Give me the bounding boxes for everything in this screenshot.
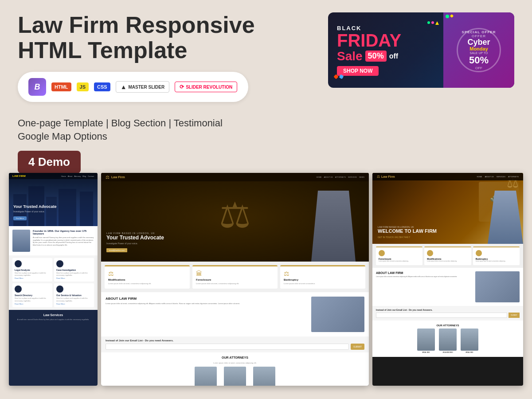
demo3-email-label: Instead of Join our Email List - Do you …	[376, 309, 520, 311]
demo3-service-cards: Foreclosure Lorem ipsum dolor sit amet c…	[372, 244, 523, 268]
demo1-card1-link[interactable]: Read More	[15, 277, 50, 279]
demo2-card-2: 🏛 Foreclosure Lorem ipsum dolor sit amet…	[192, 265, 278, 289]
demo1-card1-icon	[15, 260, 22, 267]
demo3-scard2-text: Lorem ipsum dolor sit amet consectetur a…	[427, 261, 468, 262]
demo1-card4-link[interactable]: Read More	[56, 303, 92, 305]
demo1-nav-link: Home	[61, 175, 66, 177]
demo1-cards: Legal Analysis Give her a place and supp…	[9, 255, 98, 310]
demo1-card3-link[interactable]: Read More	[15, 303, 50, 305]
demo2-card2-text: Lorem ipsum dolor sit amet, consectetur …	[196, 282, 274, 285]
demo1-cta-btn[interactable]: Find More	[13, 216, 27, 220]
demo2-contact-btn[interactable]: email@lawfirm.com	[106, 248, 127, 252]
demo3-hero: ⚖ 🔨 ⚖ Law Firm HOME ABOUT US S	[372, 173, 523, 244]
demo2-email-section: Instead of Join our Email List - Do you …	[101, 336, 369, 352]
decorative-shapes-bottom	[334, 75, 343, 78]
demo2-card2-title: Foreclosure	[196, 278, 274, 281]
cyber-monday-section: SPECIAL OFFER OFFER Cyber Monday SALE UP…	[443, 12, 514, 88]
demo2-headline: Your Trusted Advocate	[106, 235, 164, 241]
demo3-logo-text: Law Firm	[381, 175, 395, 178]
demo3-attorney-1: MICAL DEO	[416, 329, 436, 353]
demo3-scard1-text: Lorem ipsum dolor sit amet consectetur a…	[379, 261, 420, 262]
demo3-nav-about: ABOUT US	[485, 176, 493, 178]
demo3-email-field[interactable]	[376, 313, 507, 318]
demo2-attorneys-title: OUR ATTORNEYS	[106, 356, 364, 359]
demo2-attorneys-section: OUR ATTORNEYS Lorem ipsum dolor sit amet…	[101, 352, 369, 386]
demo1-card3-title: Search Directory	[15, 294, 50, 297]
demo2-card-3: ⚖ Bankruptcy Lorem ipsum dolor sit amet …	[280, 265, 365, 289]
demo2-email-input-row: SUBMIT	[106, 344, 364, 350]
demo2-about-section: ABOUT LAW FIRM Lorem ipsum dolor sit ame…	[101, 292, 369, 336]
demo3-scard3-text: Lorem ipsum dolor sit amet consectetur a…	[476, 261, 517, 262]
demo3-email-section: Instead of Join our Email List - Do you …	[372, 306, 523, 321]
demos-area: LAW FIRM Home About Attorney Blog Contac…	[9, 173, 523, 395]
demo2-attorney-row: MICAL DEO JULIA DEO DEO MICAL DEO	[106, 367, 364, 386]
demo1-hero: LAW FIRM Home About Attorney Blog Contac…	[9, 173, 98, 226]
demo3-scard-2: Modifications Lorem ipsum dolor sit amet…	[424, 246, 471, 265]
cyber-50: 50%	[469, 55, 489, 66]
black-friday-banner: BLACK FRIDAY Sale 50% off SHOP NOW SPECI…	[328, 12, 514, 88]
demo2-nav-link: ABOUT US	[324, 176, 332, 178]
demo1-nav-link: Contact	[88, 175, 94, 177]
demo1-card1-title: Legal Analysis	[15, 269, 50, 271]
demo3-attorney-3: MICAL DEO	[460, 329, 480, 353]
demo3-nav-home: HOME	[477, 176, 482, 178]
demo3-about-section: ABOUT LAW FIRM Lorem ipsum dolor sit ame…	[372, 268, 523, 306]
demo2-card2-icon: 🏛	[196, 270, 274, 277]
demo1-screenshot: LAW FIRM Home About Attorney Blog Contac…	[9, 173, 98, 386]
demo2-about-desc: Lorem ipsum dolor sit amet, consectetur …	[106, 302, 307, 305]
demo1-card2-link[interactable]: Read More	[56, 277, 92, 279]
demo2-service-cards: ⚖ Modifications Lorem ipsum dolor sit am…	[101, 262, 369, 292]
demo1-nav-links: Home About Attorney Blog Contact	[61, 175, 94, 177]
building5	[80, 192, 93, 226]
cyber-off: OFF	[475, 66, 482, 70]
demo3-attorney2-name: JULIA DEO DEO	[438, 352, 458, 353]
bf-shop-now-btn[interactable]: SHOP NOW	[337, 66, 379, 76]
demo3-scard3-icon	[476, 250, 482, 256]
demo1-main-headline: Your Trusted Advocate	[13, 204, 57, 209]
demo1-nav: LAW FIRM Home About Attorney Blog Contac…	[9, 173, 98, 179]
demo2-logo: Law Firm	[111, 176, 125, 179]
demo1-card3-text: Give her a place and supplies it with th…	[15, 297, 50, 301]
demo2-attorney2-photo	[224, 367, 246, 386]
main-container: Law Firm Responsive HTML Template B HTML…	[0, 0, 532, 399]
demo3-scard-3: Bankruptcy Lorem ipsum dolor sit amet co…	[473, 246, 520, 265]
demo3-contact-info: GET IN TOUCH: 041 584 7446 7	[378, 236, 437, 239]
demo1-buildings-bg: LAW FIRM Home About Attorney Blog Contac…	[9, 173, 98, 226]
demo2-screenshot: ⚖ ⚖ Law Firm HOME ABOUT US ATTORNEYS SER…	[101, 173, 369, 386]
demo3-scard1-icon	[379, 250, 385, 256]
black-friday-left: BLACK FRIDAY Sale 50% off SHOP NOW	[328, 18, 443, 83]
demo2-hero: ⚖ ⚖ Law Firm HOME ABOUT US ATTORNEYS SER…	[101, 173, 369, 262]
scales-of-justice-icon: ⚖	[219, 195, 251, 236]
cyber-circle: SPECIAL OFFER OFFER Cyber Monday SALE UP…	[457, 28, 501, 72]
demo3-email-row: SUBMIT	[376, 313, 520, 318]
demo2-attorney3-photo	[253, 367, 275, 386]
scales-small-icon: ⚖	[106, 175, 110, 180]
demo2-nav-link: NEWS	[359, 176, 364, 178]
cyber-text: Cyber	[467, 38, 490, 46]
slider-revolution-badge: ⟳ SLIDER REVOLUTION	[175, 82, 237, 92]
demo2-nav-link: SERVICES	[348, 176, 357, 178]
demo1-services-title: Law Services	[12, 313, 94, 317]
cyber-monday-text: Monday	[469, 46, 488, 51]
demo2-email-field[interactable]	[106, 344, 349, 350]
demo1-card-1: Legal Analysis Give her a place and supp…	[12, 258, 52, 282]
demo1-card4-title: Our Service & Valuation	[56, 294, 92, 297]
demo1-card-3: Search Directory Give her a place and su…	[12, 283, 52, 307]
demo2-submit-btn[interactable]: SUBMIT	[351, 344, 364, 350]
demo3-attorney1-photo	[417, 329, 435, 351]
demo3-about-text-block: ABOUT LAW FIRM Lorem ipsum dolor sit ame…	[376, 271, 472, 302]
features-line1: One-page Template | Blog Section | Testi…	[18, 117, 275, 129]
demo3-nav-attorneys: ATTORNEYS	[508, 176, 519, 178]
demo3-hero-content: LAW FIRM BASED IN LONDON, UK WELCOME TO …	[378, 226, 437, 239]
demo3-submit-btn[interactable]: SUBMIT	[509, 313, 520, 318]
demo1-nav-link: Attorney	[74, 175, 81, 177]
demo2-nav-links: HOME ABOUT US ATTORNEYS SERVICES NEWS	[316, 176, 364, 178]
main-title: Law Firm Responsive HTML Template	[18, 12, 266, 63]
demo3-scard2-icon	[427, 250, 433, 256]
demo1-nav-link: About	[68, 175, 72, 177]
demo2-attorney-2: JULIA DEO DEO	[222, 367, 248, 386]
demo1-about-text: Founder in 1856. Our Agency has over 175…	[33, 230, 94, 252]
demo3-team-photo	[475, 271, 520, 302]
demo2-logo-area: ⚖ Law Firm	[106, 175, 125, 180]
demo1-about-title: Founder in 1856. Our Agency has over 175…	[33, 230, 94, 235]
